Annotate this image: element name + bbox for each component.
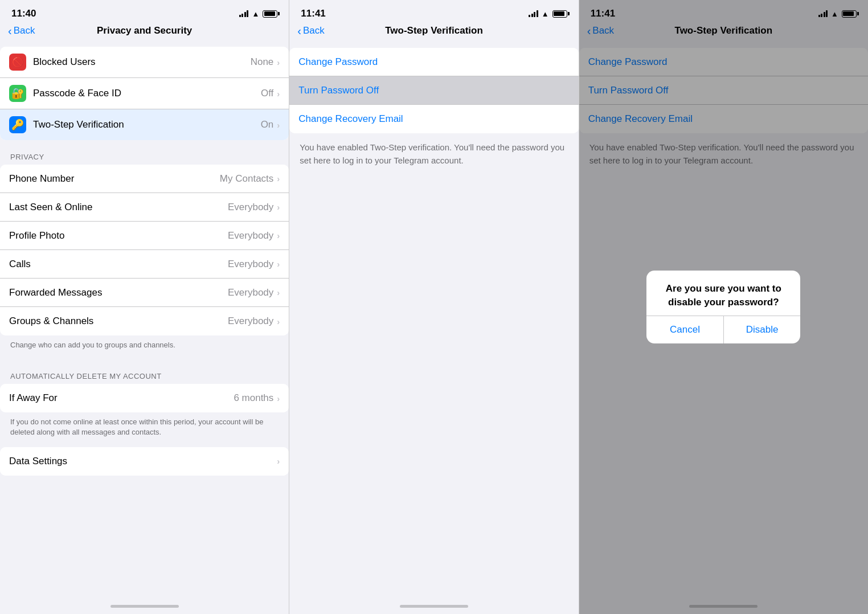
battery-icon-2	[552, 10, 567, 18]
battery-fill-2	[554, 11, 564, 16]
delete-list-group: If Away For 6 months ›	[0, 384, 289, 412]
confirm-dialog: Are you sure you want to disable your pa…	[646, 271, 800, 344]
passcode-label: Passcode & Face ID	[33, 88, 261, 99]
panel-two-step-2: 11:41 ▲ ‹ Back Two-Step Verification Cha…	[579, 0, 868, 614]
panel-two-step-1: 11:41 ▲ ‹ Back Two-Step Verification Cha…	[289, 0, 578, 614]
blocked-users-item[interactable]: 🚫 Blocked Users None ›	[0, 47, 289, 78]
change-password-item-1[interactable]: Change Password	[289, 48, 578, 76]
dialog-title: Are you sure you want to disable your pa…	[646, 282, 800, 316]
two-step-label: Two-Step Verification	[33, 119, 261, 130]
dialog-overlay: Are you sure you want to disable your pa…	[579, 0, 868, 614]
calls-label: Calls	[9, 259, 228, 270]
if-away-value: 6 months	[234, 392, 273, 404]
dialog-actions: Cancel Disable	[646, 316, 800, 343]
delete-section-footer: If you do not come online at least once …	[0, 412, 289, 447]
battery-icon-1	[263, 10, 277, 18]
nav-bar-2: ‹ Back Two-Step Verification	[289, 23, 578, 42]
forwarded-messages-label: Forwarded Messages	[9, 287, 228, 298]
battery-fill-1	[264, 11, 275, 16]
passcode-item[interactable]: 🔐 Passcode & Face ID Off ›	[0, 78, 289, 109]
home-bar-1	[110, 605, 179, 608]
phone-number-item[interactable]: Phone Number My Contacts ›	[0, 165, 289, 193]
back-chevron-1: ‹	[8, 25, 12, 36]
last-seen-item[interactable]: Last Seen & Online Everybody ›	[0, 193, 289, 222]
two-step-list-group-1: Change Password Turn Password Off Change…	[289, 48, 578, 133]
if-away-label: If Away For	[9, 392, 234, 404]
wifi-icon-2: ▲	[542, 10, 549, 18]
calls-item[interactable]: Calls Everybody ›	[0, 250, 289, 279]
status-bar-1: 11:40 ▲	[0, 0, 289, 23]
data-settings-group: Data Settings ›	[0, 447, 289, 476]
back-button-2[interactable]: ‹ Back	[297, 25, 324, 36]
content-1: 🚫 Blocked Users None › 🔐 Passcode & Face…	[0, 42, 289, 598]
home-bar-2	[400, 605, 468, 608]
home-indicator-1	[0, 598, 289, 614]
groups-channels-item[interactable]: Groups & Channels Everybody ›	[0, 307, 289, 335]
passcode-icon: 🔐	[9, 85, 26, 102]
top-list-group: 🚫 Blocked Users None › 🔐 Passcode & Face…	[0, 47, 289, 140]
turn-password-off-item-1[interactable]: Turn Password Off	[289, 76, 578, 105]
wifi-icon-1: ▲	[252, 10, 259, 18]
panel-privacy-security: 11:40 ▲ ‹ Back Privacy and Security 🚫	[0, 0, 289, 614]
two-step-info-text-1: You have enabled Two-Step verification. …	[289, 133, 578, 175]
signal-icon-1	[239, 10, 249, 17]
nav-title-2: Two-Step Verification	[385, 25, 483, 36]
phone-number-value: My Contacts	[220, 173, 273, 185]
home-indicator-2	[289, 598, 578, 614]
calls-value: Everybody	[228, 259, 273, 270]
back-chevron-2: ‹	[297, 25, 301, 36]
cancel-button[interactable]: Cancel	[646, 316, 723, 343]
two-step-value: On	[261, 119, 274, 130]
status-bar-2: 11:41 ▲	[289, 0, 578, 23]
privacy-section-header: PRIVACY	[0, 140, 289, 165]
content-2: Change Password Turn Password Off Change…	[289, 42, 578, 598]
delete-section-header: AUTOMATICALLY DELETE MY ACCOUNT	[0, 359, 289, 384]
blocked-users-value: None	[251, 56, 274, 68]
passcode-chevron: ›	[277, 89, 280, 99]
time-1: 11:40	[11, 8, 36, 19]
last-seen-value: Everybody	[228, 202, 273, 213]
last-seen-label: Last Seen & Online	[9, 202, 228, 213]
signal-icon-2	[529, 10, 538, 17]
back-button-1[interactable]: ‹ Back	[8, 25, 35, 36]
nav-bar-1: ‹ Back Privacy and Security	[0, 23, 289, 42]
groups-channels-value: Everybody	[228, 316, 273, 327]
turn-password-off-label-1: Turn Password Off	[298, 85, 569, 96]
blocked-users-label: Blocked Users	[33, 56, 251, 68]
change-recovery-email-item-1[interactable]: Change Recovery Email	[289, 105, 578, 133]
forwarded-messages-item[interactable]: Forwarded Messages Everybody ›	[0, 279, 289, 307]
profile-photo-label: Profile Photo	[9, 230, 228, 241]
two-step-icon: 🔑	[9, 116, 26, 133]
two-step-chevron: ›	[277, 120, 280, 130]
privacy-section-footer: Change who can add you to groups and cha…	[0, 335, 289, 359]
back-label-1: Back	[14, 25, 35, 36]
change-password-label-1: Change Password	[298, 56, 569, 68]
if-away-item[interactable]: If Away For 6 months ›	[0, 384, 289, 412]
forwarded-messages-value: Everybody	[228, 287, 273, 298]
blocked-users-chevron: ›	[277, 58, 280, 67]
nav-title-1: Privacy and Security	[97, 25, 192, 36]
blocked-users-icon: 🚫	[9, 54, 26, 71]
status-icons-2: ▲	[529, 10, 567, 18]
phone-number-label: Phone Number	[9, 173, 220, 185]
profile-photo-item[interactable]: Profile Photo Everybody ›	[0, 222, 289, 250]
data-settings-item[interactable]: Data Settings ›	[0, 447, 289, 476]
two-step-item[interactable]: 🔑 Two-Step Verification On ›	[0, 109, 289, 140]
disable-button[interactable]: Disable	[723, 316, 801, 343]
back-label-2: Back	[303, 25, 325, 36]
groups-channels-label: Groups & Channels	[9, 316, 228, 327]
privacy-list-group: Phone Number My Contacts › Last Seen & O…	[0, 165, 289, 335]
time-2: 11:41	[301, 8, 325, 19]
profile-photo-value: Everybody	[228, 230, 273, 241]
status-icons-1: ▲	[239, 10, 277, 18]
change-recovery-email-label-1: Change Recovery Email	[298, 113, 569, 125]
data-settings-label: Data Settings	[9, 456, 277, 467]
passcode-value: Off	[261, 88, 273, 99]
